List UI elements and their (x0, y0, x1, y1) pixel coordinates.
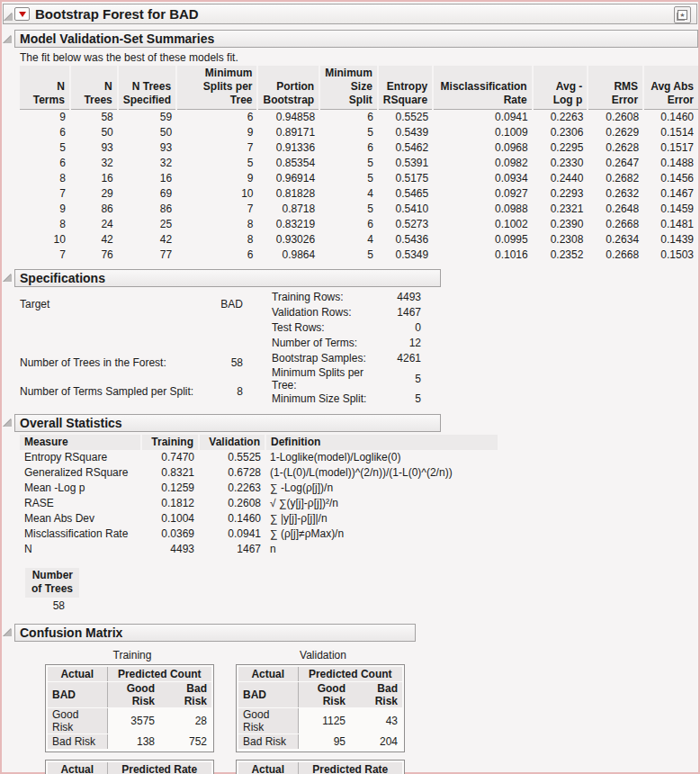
table-cell: 0.0934 (433, 171, 532, 186)
table-cell: 0.5436 (378, 232, 433, 248)
model-summaries-body: 9585960.9485860.55250.09410.22630.26080.… (20, 110, 698, 263)
table-row: Number of Terms:12 (272, 336, 421, 351)
table-cell: 5 (387, 366, 421, 392)
training-rate-table: Actual Predicted Rate BAD Good Risk Bad … (48, 762, 211, 774)
table-cell: 0.2682 (588, 171, 643, 186)
table-cell: 1125 (298, 708, 350, 734)
table-cell: BAD (198, 290, 243, 320)
table-row (20, 319, 243, 348)
table-row: Validation Rows:1467 (272, 305, 421, 320)
table-row: 6323250.8535450.53910.09820.23300.26470.… (20, 156, 698, 171)
actual-header: Actual (238, 762, 298, 774)
predicted-rate-header: Predicted Rate (107, 762, 211, 774)
disclosure-triangle-icon[interactable] (4, 13, 13, 21)
disclosure-triangle-icon[interactable] (4, 274, 12, 282)
table-cell: 0.85354 (257, 156, 319, 171)
table-cell: 4 (319, 186, 378, 202)
table-cell: 0.2628 (588, 140, 643, 156)
table-row: Training Rows:4493 (272, 290, 421, 305)
table-cell: 0.1812 (141, 496, 199, 511)
number-of-trees-value: 58 (25, 598, 79, 612)
table-cell: 3575 (107, 708, 159, 734)
table-cell: RASE (20, 496, 141, 511)
column-header: Portion Bootstrap (257, 66, 319, 110)
table-cell: 0.8718 (257, 202, 319, 217)
section-confusion-matrix-header[interactable]: Confusion Matrix (4, 624, 698, 642)
specifications-panel: TargetBADNumber of Trees in the Forest:5… (20, 290, 698, 407)
section-title-box: Confusion Matrix (14, 624, 416, 642)
table-row: 72969100.8182840.54650.09270.22930.26320… (20, 186, 698, 202)
actual-header: Actual (48, 762, 107, 774)
table-cell: Misclassification Rate (20, 526, 141, 542)
table-cell: Number of Terms Sampled per Split: (20, 377, 198, 407)
table-cell: 0.5175 (378, 171, 433, 186)
section-summaries-header[interactable]: Model Validation-Set Summaries (4, 30, 698, 48)
table-cell: Good Risk (238, 708, 298, 734)
table-cell: 32 (70, 156, 118, 171)
column-header: N Terms (20, 66, 70, 110)
section-overall-statistics-header[interactable]: Overall Statistics (4, 414, 698, 432)
section-specifications-header[interactable]: Specifications (4, 269, 698, 287)
bad-risk-header: Bad Risk (350, 682, 402, 708)
table-cell: 0.1002 (433, 217, 532, 232)
table-cell (198, 319, 243, 348)
table-cell: 0.91336 (257, 140, 319, 156)
table-row: Bootstrap Samples:4261 (272, 351, 421, 366)
table-row: Bad Risk138752 (48, 734, 211, 750)
section-title: Confusion Matrix (20, 626, 122, 640)
table-cell: Bootstrap Samples: (272, 351, 387, 366)
table-cell: 7 (20, 186, 70, 202)
table-cell: 0.1460 (199, 511, 265, 526)
section-title-box: Model Validation-Set Summaries (14, 30, 698, 48)
journal-pin-button[interactable]: ★ (674, 6, 691, 23)
table-cell: Entropy RSquare (20, 450, 141, 465)
column-header: Minimum Size Split (319, 66, 378, 110)
table-cell: 86 (70, 202, 118, 217)
table-cell: Validation Rows: (272, 305, 387, 320)
model-summaries-table: N Terms N Trees N Trees Specified Minimu… (20, 66, 698, 263)
table-cell: 0.2648 (588, 202, 643, 217)
table-cell: 0.0941 (433, 110, 532, 125)
specifications-left-table: TargetBADNumber of Trees in the Forest:5… (20, 290, 243, 407)
red-triangle-menu-button[interactable] (14, 7, 30, 21)
table-cell: 0.2308 (533, 232, 588, 248)
table-cell: 8 (176, 217, 257, 232)
column-header: Minimum Splits per Tree (176, 66, 257, 110)
table-cell: 32 (118, 156, 176, 171)
table-cell: 0.2608 (588, 110, 643, 125)
table-cell: 6 (319, 110, 378, 125)
table-cell: 0.2295 (533, 140, 588, 156)
section-title-box: Specifications (14, 269, 441, 287)
report-title-bar[interactable]: Bootstrap Forest for BAD ★ (3, 4, 697, 24)
table-cell: 77 (118, 248, 176, 263)
table-cell: 0.2263 (199, 481, 265, 496)
table-cell: 7 (20, 248, 70, 263)
bad-risk-header: Bad Risk (159, 682, 211, 708)
table-cell: 93 (118, 140, 176, 156)
table-cell: 16 (70, 171, 118, 186)
table-cell: 28 (159, 708, 211, 734)
response-header: BAD (238, 682, 298, 708)
table-cell: Number of Trees in the Forest: (20, 348, 198, 378)
column-header: Training (141, 435, 199, 450)
table-cell: 0.83219 (257, 217, 319, 232)
table-row: Mean -Log p0.12590.2263∑ -Log(ρ[j])/n (20, 481, 498, 496)
table-cell: 50 (118, 125, 176, 140)
table-cell: 0.1514 (643, 125, 698, 140)
table-cell (20, 319, 198, 348)
disclosure-triangle-icon[interactable] (4, 418, 12, 427)
disclosure-triangle-icon[interactable] (4, 628, 12, 636)
table-cell: 0.5349 (378, 248, 433, 263)
table-cell: 6 (319, 140, 378, 156)
disclosure-triangle-icon[interactable] (4, 35, 12, 43)
table-cell: 0.1503 (643, 248, 698, 263)
table-row: Minimum Splits per Tree:5 (272, 366, 421, 392)
validation-count-block: Validation Actual Predicted Count BAD Go… (236, 649, 410, 753)
table-cell: 0.0968 (433, 140, 532, 156)
table-cell: 752 (159, 734, 211, 750)
table-cell: Bad Risk (48, 734, 107, 750)
predicted-count-header: Predicted Count (107, 667, 211, 682)
table-cell: 0.9864 (257, 248, 319, 263)
training-rate-block: Actual Predicted Rate BAD Good Risk Bad … (45, 760, 220, 774)
table-cell: 0.7470 (141, 450, 199, 465)
